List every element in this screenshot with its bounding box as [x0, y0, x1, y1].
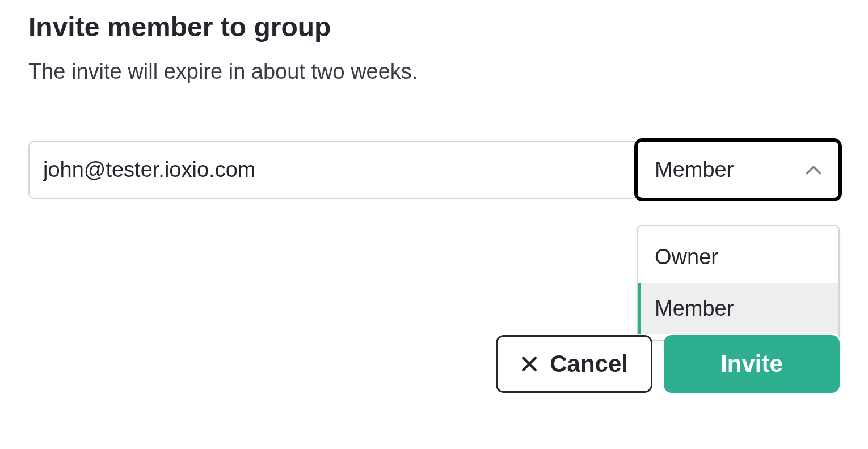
dialog-actions: Cancel Invite	[28, 335, 840, 393]
invite-form-row: Member Owner Member	[28, 141, 840, 199]
dialog-title: Invite member to group	[28, 11, 840, 43]
role-dropdown-menu: Owner Member	[637, 224, 840, 341]
invite-button[interactable]: Invite	[664, 335, 840, 393]
email-field[interactable]	[28, 141, 638, 199]
cancel-button[interactable]: Cancel	[496, 335, 652, 393]
role-selected-label: Member	[655, 158, 734, 182]
cancel-button-label: Cancel	[550, 350, 628, 378]
role-select[interactable]: Member	[637, 141, 840, 199]
dropdown-item-member[interactable]: Member	[638, 283, 838, 334]
invite-button-label: Invite	[720, 350, 783, 377]
chevron-up-icon	[806, 162, 821, 178]
close-icon	[520, 355, 538, 373]
dialog-subtitle: The invite will expire in about two week…	[28, 60, 840, 84]
dropdown-item-owner[interactable]: Owner	[638, 231, 838, 283]
